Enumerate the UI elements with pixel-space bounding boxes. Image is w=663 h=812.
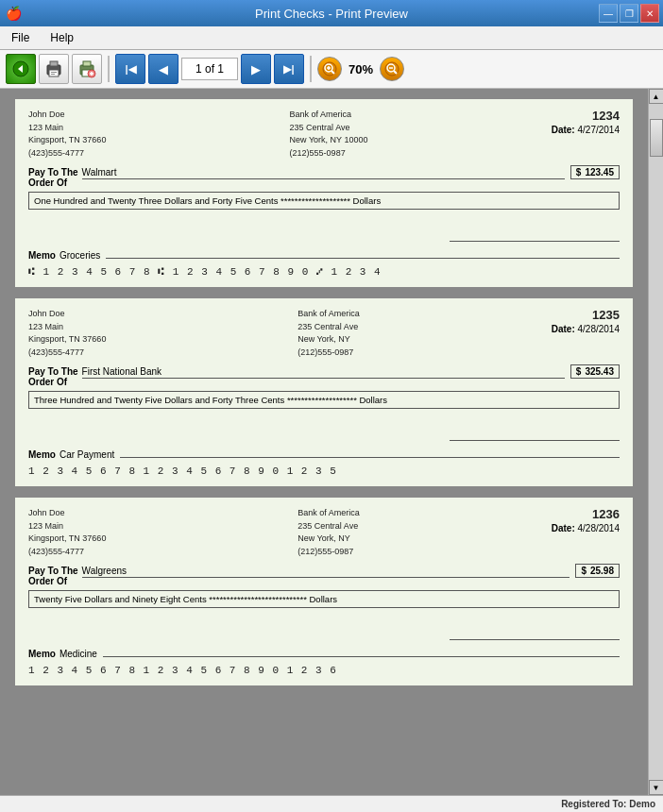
check-1-payto-row: Pay To TheOrder Of Walmart $ 123.45 xyxy=(28,165,620,188)
check-1-memo-row: Memo Groceries xyxy=(28,245,620,261)
check-2-bank-addr1: 235 Central Ave xyxy=(298,321,360,334)
check-2-memo-value: Car Payment xyxy=(60,449,114,460)
check-3-number-date: 1236 Date: 4/28/2014 xyxy=(552,507,620,558)
restore-button[interactable]: ❐ xyxy=(620,4,638,23)
check-3-header: John Doe 123 Main Kingsport, TN 37660 (4… xyxy=(28,507,620,558)
scroll-thumb[interactable] xyxy=(650,119,663,157)
check-3-bank-addr2: New York, NY xyxy=(298,533,360,546)
close-button[interactable]: ✕ xyxy=(640,4,659,23)
check-1-bank-phone: (212)555-0987 xyxy=(290,147,368,161)
check-3-dollar-sign: $ xyxy=(581,566,586,576)
minimize-button[interactable]: — xyxy=(599,4,618,23)
check-1-payee: Walmart xyxy=(82,167,565,179)
check-1-amount-box: $ 123.45 xyxy=(570,165,620,179)
svg-rect-5 xyxy=(51,72,57,73)
zoom-level: 70% xyxy=(345,62,377,76)
title-bar: 🍎 Print Checks - Print Preview — ❐ ✕ xyxy=(0,0,663,26)
check-1-from-address: John Doe 123 Main Kingsport, TN 37660 (4… xyxy=(28,109,106,160)
check-3-number: 1236 xyxy=(552,507,620,521)
check-2-amount-written-row: Three Hundred and Twenty Five Dollars an… xyxy=(28,391,620,409)
zoom-out-button[interactable] xyxy=(380,57,404,81)
menu-file[interactable]: File xyxy=(6,29,35,46)
check-1-signature-area xyxy=(28,228,620,242)
check-1-bank-address: Bank of America 235 Central Ave New York… xyxy=(290,109,368,160)
check-2-amount-box: $ 325.43 xyxy=(570,364,620,379)
check-1-from-addr1: 123 Main xyxy=(28,122,106,135)
print-button[interactable] xyxy=(39,54,69,84)
check-1-bank-addr2: New York, NY 10000 xyxy=(290,134,368,147)
window-title: Print Checks - Print Preview xyxy=(255,7,408,21)
preview-area[interactable]: John Doe 123 Main Kingsport, TN 37660 (4… xyxy=(0,89,648,795)
check-1-amount-written-row: One Hundred and Twenty Three Dollars and… xyxy=(28,192,620,210)
check-1-header: John Doe 123 Main Kingsport, TN 37660 (4… xyxy=(28,109,620,160)
prev-page-button[interactable]: ◀ xyxy=(148,54,178,84)
check-1-payto-label: Pay To TheOrder Of xyxy=(28,167,78,188)
check-3-signature-area xyxy=(28,627,620,640)
svg-rect-3 xyxy=(50,61,58,66)
scroll-down-arrow[interactable]: ▼ xyxy=(649,780,664,795)
check-3-bank-address: Bank of America 235 Central Ave New York… xyxy=(298,507,360,558)
registered-label: Registered To: xyxy=(561,799,626,809)
check-3-micr: 1 2 3 4 5 6 7 8 1 2 3 4 5 6 7 8 9 0 1 2 … xyxy=(28,665,620,676)
check-1-date-row: Date: 4/27/2014 xyxy=(552,125,620,135)
check-3: John Doe 123 Main Kingsport, TN 37660 (4… xyxy=(14,497,634,686)
check-2-from-name: John Doe xyxy=(28,308,106,321)
content-area: John Doe 123 Main Kingsport, TN 37660 (4… xyxy=(0,89,663,795)
check-3-memo-value: Medicine xyxy=(60,649,97,659)
back-button[interactable] xyxy=(6,54,36,84)
check-2-payee: First National Bank xyxy=(82,366,565,379)
zoom-in-icon xyxy=(321,60,338,77)
check-1-micr: ⑆ 1 2 3 4 5 6 7 8 ⑆ 1 2 3 4 5 6 7 8 9 0 … xyxy=(28,266,620,278)
check-3-from-address: John Doe 123 Main Kingsport, TN 37660 (4… xyxy=(28,507,106,558)
next-page-button[interactable]: ▶ xyxy=(241,54,271,84)
check-3-date: 4/28/2014 xyxy=(578,523,620,533)
check-2-amount-written: Three Hundred and Twenty Five Dollars an… xyxy=(34,395,614,405)
check-1-signature-line xyxy=(450,228,620,242)
check-3-bank-addr1: 235 Central Ave xyxy=(298,520,360,533)
check-2-dollar-sign: $ xyxy=(576,366,582,377)
check-3-amount-written-row: Twenty Five Dollars and Ninety Eight Cen… xyxy=(28,590,620,608)
check-3-from-addr2: Kingsport, TN 37660 xyxy=(28,533,106,546)
check-3-bank-name: Bank of America xyxy=(298,507,360,520)
check-3-signature-line xyxy=(450,627,620,640)
registered-text: Registered To: Demo xyxy=(561,799,655,809)
check-3-amount-box: $ 25.98 xyxy=(575,564,620,578)
window-controls: — ❐ ✕ xyxy=(599,4,659,23)
printer-settings-icon xyxy=(77,59,96,78)
check-2-payto-label: Pay To TheOrder Of xyxy=(28,366,78,387)
check-2-payto-row: Pay To TheOrder Of First National Bank $… xyxy=(28,364,620,387)
check-3-amount-written: Twenty Five Dollars and Ninety Eight Cen… xyxy=(34,594,614,604)
menu-bar: File Help xyxy=(0,26,663,50)
check-1-bank-addr1: 235 Central Ave xyxy=(290,122,368,135)
zoom-in-button[interactable] xyxy=(317,57,342,81)
scroll-up-arrow[interactable]: ▲ xyxy=(649,89,664,104)
back-icon xyxy=(12,60,29,77)
first-page-button[interactable]: |◀ xyxy=(115,54,145,84)
check-3-payee: Walgreens xyxy=(82,566,570,578)
status-bar: Registered To: Demo xyxy=(0,795,663,812)
check-3-memo-label: Memo xyxy=(28,649,56,659)
check-2-from-addr1: 123 Main xyxy=(28,321,106,334)
check-1: John Doe 123 Main Kingsport, TN 37660 (4… xyxy=(14,98,634,288)
check-3-date-label: Date: xyxy=(552,523,575,533)
separator-1 xyxy=(108,56,110,82)
check-1-bank-name: Bank of America xyxy=(290,109,368,122)
check-2-bank-address: Bank of America 235 Central Ave New York… xyxy=(298,308,360,359)
check-2-number: 1235 xyxy=(552,308,620,322)
last-page-button[interactable]: ▶| xyxy=(274,54,304,84)
check-2-amount: 325.43 xyxy=(585,366,614,377)
printer-settings-button[interactable] xyxy=(72,54,102,84)
check-1-memo-line xyxy=(106,245,620,259)
svg-rect-4 xyxy=(49,70,59,76)
check-1-from-addr2: Kingsport, TN 37660 xyxy=(28,134,106,147)
check-1-date-label: Date: xyxy=(552,125,575,135)
print-icon xyxy=(44,59,63,78)
check-2-from-phone: (423)555-4777 xyxy=(28,347,106,360)
check-2-from-addr2: Kingsport, TN 37660 xyxy=(28,333,106,347)
menu-help[interactable]: Help xyxy=(44,29,79,46)
check-2-signature-line xyxy=(450,428,620,441)
check-3-memo-row: Memo Medicine xyxy=(28,644,620,659)
scrollbar[interactable]: ▲ ▼ xyxy=(648,89,663,795)
svg-rect-8 xyxy=(83,61,91,66)
check-2-micr: 1 2 3 4 5 6 7 8 1 2 3 4 5 6 7 8 9 0 1 2 … xyxy=(28,465,620,477)
